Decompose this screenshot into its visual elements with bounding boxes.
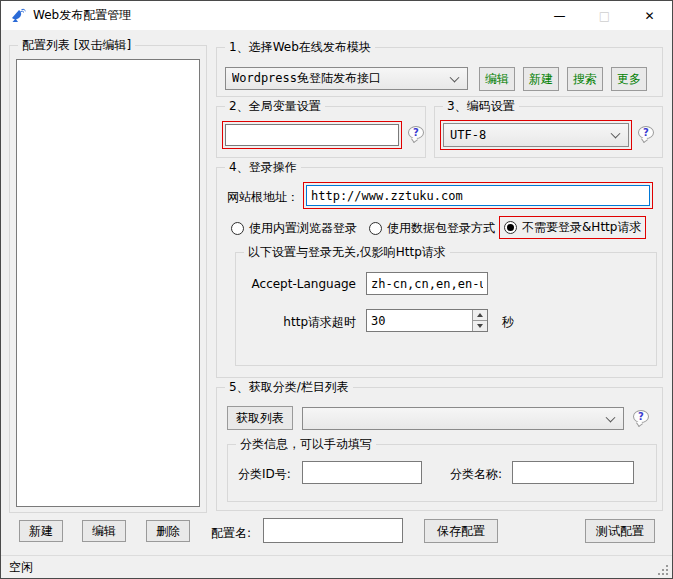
category-name-field-wrap	[512, 461, 634, 484]
root-url-highlight	[303, 182, 653, 209]
root-url-label: 网站根地址：	[227, 189, 299, 206]
encoding-select[interactable]: UTF-8	[443, 123, 629, 147]
maximize-button: □	[582, 1, 627, 30]
root-url-input[interactable]	[306, 185, 650, 206]
close-icon: ✕	[644, 10, 654, 22]
global-variable-help-icon[interactable]: ?	[408, 126, 425, 142]
config-edit-button[interactable]: 编辑	[82, 520, 126, 542]
category-help-icon[interactable]: ?	[633, 410, 650, 426]
web-publish-config-window: Web发布配置管理 — □ ✕ 配置列表 [双击编辑] 1、选择Web在线发布模…	[0, 0, 673, 579]
radio-builtin-browser-label: 使用内置浏览器登录	[249, 220, 357, 237]
statusbar: 空闲	[1, 555, 672, 579]
encoding-value: UTF-8	[450, 128, 486, 142]
category-name-label: 分类名称:	[450, 466, 502, 483]
titlebar: Web发布配置管理 — □ ✕	[1, 1, 672, 30]
spinner-buttons	[472, 310, 487, 331]
radio-no-login-label: 不需要登录&Http请求	[522, 219, 641, 236]
get-list-label: 获取列表	[236, 410, 284, 427]
chevron-down-icon	[606, 412, 616, 422]
module-edit-label: 编辑	[485, 71, 509, 88]
save-config-label: 保存配置	[437, 523, 485, 540]
config-listbox[interactable]	[16, 59, 200, 507]
chevron-down-icon	[611, 129, 621, 139]
category-select[interactable]	[302, 407, 624, 430]
radio-packet-login-label: 使用数据包登录方式	[387, 220, 495, 237]
module-search-button[interactable]: 搜索	[567, 67, 603, 91]
test-config-button[interactable]: 测试配置	[585, 519, 655, 543]
chevron-down-icon	[450, 72, 460, 82]
section5-legend: 5、获取分类/栏目列表	[225, 379, 353, 396]
module-new-button[interactable]: 新建	[523, 67, 559, 91]
config-delete-button[interactable]: 删除	[146, 520, 190, 542]
category-info-group: 分类信息，可以手动填写 分类ID号: 分类名称:	[227, 444, 657, 502]
radio-packet-login[interactable]: 使用数据包登录方式	[369, 220, 495, 237]
category-id-field-wrap	[302, 461, 422, 484]
module-new-label: 新建	[529, 71, 553, 88]
publish-module-select[interactable]: Wordpress免登陆发布接口	[225, 67, 468, 90]
arrow-down-icon	[477, 324, 483, 328]
save-config-button[interactable]: 保存配置	[424, 519, 498, 543]
radio-builtin-browser-login[interactable]: 使用内置浏览器登录	[231, 220, 357, 237]
module-more-label: 更多	[617, 71, 641, 88]
publish-module-value: Wordpress免登陆发布接口	[232, 70, 381, 87]
radio-circle-icon	[369, 222, 382, 235]
spin-down-button[interactable]	[473, 320, 487, 331]
config-list-group: 配置列表 [双击编辑]	[9, 45, 207, 513]
encoding-help-icon[interactable]: ?	[638, 126, 655, 142]
global-variable-input[interactable]	[225, 124, 399, 146]
config-edit-label: 编辑	[92, 523, 116, 540]
radio-circle-icon	[231, 222, 244, 235]
config-name-label: 配置名:	[211, 525, 251, 542]
module-edit-button[interactable]: 编辑	[479, 67, 515, 91]
resize-grip[interactable]	[666, 573, 668, 575]
close-button[interactable]: ✕	[627, 1, 672, 30]
category-info-legend: 分类信息，可以手动填写	[236, 436, 376, 453]
category-id-input[interactable]	[302, 461, 422, 484]
module-search-label: 搜索	[573, 71, 597, 88]
config-name-input[interactable]	[263, 518, 403, 543]
category-name-input[interactable]	[512, 461, 634, 484]
arrow-up-icon	[477, 313, 483, 317]
spin-up-button[interactable]	[473, 310, 487, 320]
section2-group: 2、全局变量设置 ?	[216, 106, 426, 158]
http-settings-legend: 以下设置与登录无关,仅影响Http请求	[244, 244, 450, 261]
encoding-highlight: UTF-8	[440, 120, 632, 150]
section3-group: 3、编码设置 UTF-8 ?	[434, 106, 663, 158]
radio-no-login-http[interactable]: 不需要登录&Http请求	[504, 219, 641, 236]
window-title: Web发布配置管理	[33, 7, 131, 24]
radio-no-login-highlight: 不需要登录&Http请求	[499, 216, 646, 239]
http-timeout-input[interactable]	[367, 310, 471, 331]
accept-language-label: Accept-Language	[248, 277, 356, 291]
section1-group: 1、选择Web在线发布模块 Wordpress免登陆发布接口 编辑 新建 搜索 …	[216, 47, 663, 97]
section4-group: 4、登录操作 网站根地址： 使用内置浏览器登录 使用数据包登录方式 不需要登录&…	[216, 167, 663, 378]
get-list-button[interactable]: 获取列表	[227, 406, 293, 430]
test-config-label: 测试配置	[596, 523, 644, 540]
accept-language-field-wrap	[366, 272, 488, 295]
section3-legend: 3、编码设置	[443, 98, 519, 115]
status-text: 空闲	[9, 559, 33, 576]
global-variable-highlight	[222, 121, 402, 149]
module-more-button[interactable]: 更多	[611, 67, 647, 91]
maximize-icon: □	[599, 10, 610, 22]
config-name-field-wrap	[263, 518, 403, 543]
config-list-legend: 配置列表 [双击编辑]	[18, 37, 135, 54]
http-settings-group: 以下设置与登录无关,仅影响Http请求 Accept-Language http…	[235, 252, 657, 366]
minimize-button[interactable]: —	[537, 1, 582, 30]
radio-circle-icon	[504, 221, 517, 234]
section5-group: 5、获取分类/栏目列表 获取列表 ? 分类信息，可以手动填写 分类ID号: 分类…	[216, 387, 663, 511]
satellite-dish-icon	[10, 8, 26, 24]
caption-buttons: — □ ✕	[537, 1, 672, 30]
config-new-button[interactable]: 新建	[19, 520, 63, 542]
accept-language-input[interactable]	[366, 272, 488, 295]
section1-legend: 1、选择Web在线发布模块	[225, 39, 375, 56]
category-id-label: 分类ID号:	[238, 466, 291, 483]
config-new-label: 新建	[29, 523, 53, 540]
timeout-unit-label: 秒	[502, 314, 514, 331]
section2-legend: 2、全局变量设置	[225, 98, 325, 115]
http-timeout-label: http请求超时	[248, 314, 356, 331]
minimize-icon: —	[554, 10, 566, 22]
config-delete-label: 删除	[156, 523, 180, 540]
section4-legend: 4、登录操作	[225, 159, 301, 176]
http-timeout-spinner	[366, 309, 488, 332]
